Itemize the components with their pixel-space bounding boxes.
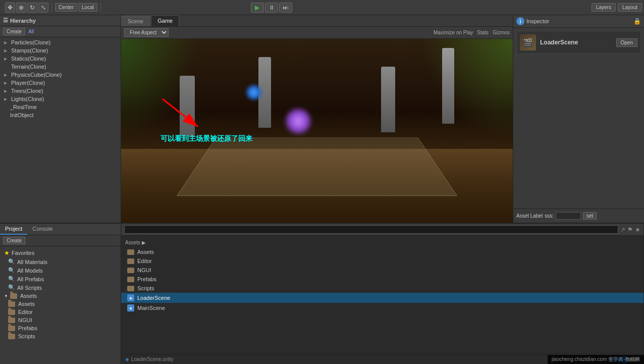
physicscube-arrow: ▶: [4, 73, 9, 77]
hier-particles[interactable]: ▶ Particles(Clone): [0, 38, 121, 46]
tree-prefabs[interactable]: Prefabs: [0, 324, 121, 332]
center-btn[interactable]: Center: [55, 3, 77, 12]
play-btn[interactable]: ▶: [251, 3, 264, 13]
hier-initobject[interactable]: InitObject: [0, 111, 121, 119]
hier-stamps[interactable]: ▶ Stamps(Clone): [0, 46, 121, 55]
inspector-lock-btn[interactable]: 🔒: [633, 18, 641, 25]
hier-player[interactable]: ▶ Player(Clone): [0, 79, 121, 87]
hier-statics-label: Statics(Clone): [11, 56, 46, 62]
asset-tool-2[interactable]: ⚑: [627, 226, 633, 233]
asset-assets-folder[interactable]: Assets: [121, 247, 643, 256]
gizmos-btn[interactable]: Gizmos: [493, 30, 510, 35]
fav-all-scripts[interactable]: 🔍 All Scripts: [0, 283, 121, 292]
asset-label-value: sss:: [545, 213, 554, 219]
asset-editor-folder[interactable]: Editor: [121, 256, 643, 266]
tree-editor[interactable]: Editor: [0, 308, 121, 316]
asset-loaderscene-label: LoaderScene: [137, 295, 170, 301]
tree-scripts-icon: [8, 334, 15, 339]
hier-trees-label: Trees(Clone): [11, 88, 43, 94]
loaderscene-icon: ◈: [127, 294, 134, 301]
bottom-tabs: Project Console: [0, 224, 121, 235]
hier-lights[interactable]: ▶ Lights(Clone): [0, 95, 121, 103]
player-arrow: ▶: [4, 81, 9, 85]
assets-folder-1-icon: [127, 249, 134, 255]
hier-realtime[interactable]: _RealTime: [0, 103, 121, 111]
search-icon-scripts: 🔍: [8, 284, 15, 291]
asset-tool-1[interactable]: ↗: [620, 226, 625, 233]
inspector-object: 🎬 LoaderScene Open: [516, 31, 641, 54]
assets-folder-icon: [10, 293, 17, 299]
favorites-star: ★: [4, 249, 10, 256]
fav-all-models[interactable]: 🔍 All Models: [0, 266, 121, 275]
scale-tool-btn[interactable]: ⤡: [38, 3, 48, 13]
project-create-btn[interactable]: Create: [3, 237, 25, 244]
hierarchy-header: ☰ Hierarchy: [0, 15, 121, 26]
tree-assets[interactable]: Assets: [0, 300, 121, 308]
assets-group[interactable]: ▼ Assets: [0, 292, 121, 300]
move-tool-btn[interactable]: ⊕: [16, 3, 26, 13]
favorites-group[interactable]: ★ Favorites: [0, 248, 121, 257]
aspect-dropdown[interactable]: Free Aspect: [124, 28, 169, 37]
local-btn[interactable]: Local: [78, 3, 97, 12]
game-tab[interactable]: Game: [151, 15, 179, 26]
asset-label-input[interactable]: [556, 212, 581, 220]
inspector-icon: i: [516, 17, 524, 25]
tree-assets-label: Assets: [18, 301, 35, 307]
assets-search[interactable]: [124, 225, 618, 234]
hier-terrain[interactable]: Terrain(Clone): [0, 63, 121, 71]
hier-terrain-label: Terrain(Clone): [11, 64, 46, 70]
tree-scripts[interactable]: Scripts: [0, 332, 121, 340]
scene-tabs: Scene Game: [121, 15, 513, 27]
stone-pillar-4: [442, 48, 454, 124]
particles-arrow: ▶: [4, 40, 9, 45]
purple-glow-orb: [286, 109, 311, 134]
stats-btn[interactable]: Stats: [477, 30, 489, 35]
asset-prefabs-folder[interactable]: Prefabs: [121, 275, 643, 284]
asset-loaderscene[interactable]: ◈ LoaderScene: [121, 293, 643, 303]
project-tree: ★ Favorites 🔍 All Materials 🔍 All Models…: [0, 246, 121, 364]
stone-pillar-3: [381, 67, 395, 132]
hier-physicscube[interactable]: ▶ PhysicsCube(Clone): [0, 71, 121, 79]
fav-all-materials[interactable]: 🔍 All Materials: [0, 257, 121, 266]
fav-all-prefabs-label: All Prefabs: [17, 276, 44, 282]
hierarchy-icon: ☰: [3, 17, 8, 24]
fav-all-prefabs[interactable]: 🔍 All Prefabs: [0, 275, 121, 283]
layout-dropdown[interactable]: Layout: [618, 3, 642, 12]
maximize-on-play-btn[interactable]: Maximize on Play: [434, 30, 473, 35]
tree-prefabs-label: Prefabs: [18, 325, 37, 331]
asset-mainscene[interactable]: ◈ MainScene: [121, 303, 643, 313]
fav-all-scripts-label: All Scripts: [17, 285, 42, 291]
game-viewport: 可以看到主场景被还原了回来: [121, 39, 513, 223]
hierarchy-list: ▶ Particles(Clone) ▶ Stamps(Clone) ▶ Sta…: [0, 37, 121, 223]
tree-prefabs-icon: [8, 326, 15, 331]
hand-tool-btn[interactable]: ✥: [5, 3, 15, 13]
scene-tab[interactable]: Scene: [121, 16, 150, 26]
scene-file-icon: ◈: [125, 356, 129, 362]
tree-editor-label: Editor: [18, 309, 33, 315]
bottom-section: Project Console Create ★ Favorites 🔍 All…: [0, 223, 644, 364]
pause-btn[interactable]: ⏸: [265, 3, 278, 13]
hierarchy-all-btn[interactable]: All: [28, 29, 34, 34]
scene-file-name: LoaderScene.unity: [131, 356, 173, 362]
annotation-arrow: [152, 94, 213, 134]
hierarchy-create-btn[interactable]: Create: [3, 28, 25, 35]
svg-line-1: [163, 99, 198, 127]
project-tab[interactable]: Project: [0, 224, 27, 235]
asset-tool-3[interactable]: ★: [635, 226, 640, 233]
hier-statics[interactable]: ▶ Statics(Clone): [0, 55, 121, 63]
object-icon: 🎬: [520, 34, 536, 50]
tree-ngui[interactable]: NGUI: [0, 316, 121, 324]
console-tab[interactable]: Console: [27, 224, 58, 235]
hier-realtime-label: _RealTime: [10, 104, 37, 110]
set-btn[interactable]: set: [583, 212, 597, 220]
hierarchy-title: Hierarchy: [10, 18, 36, 24]
scripts-folder-icon: [127, 286, 134, 291]
watermark: jiaocheng.chazidian.com 查字典·教程网: [548, 355, 644, 364]
asset-scripts-folder[interactable]: Scripts: [121, 284, 643, 293]
layers-dropdown[interactable]: Layers: [592, 3, 616, 12]
hier-trees[interactable]: ▶ Trees(Clone): [0, 87, 121, 95]
asset-ngui-folder[interactable]: NGUI: [121, 266, 643, 275]
step-btn[interactable]: ⏭: [279, 3, 292, 13]
open-btn[interactable]: Open: [616, 38, 637, 47]
rotate-tool-btn[interactable]: ↻: [27, 3, 37, 13]
